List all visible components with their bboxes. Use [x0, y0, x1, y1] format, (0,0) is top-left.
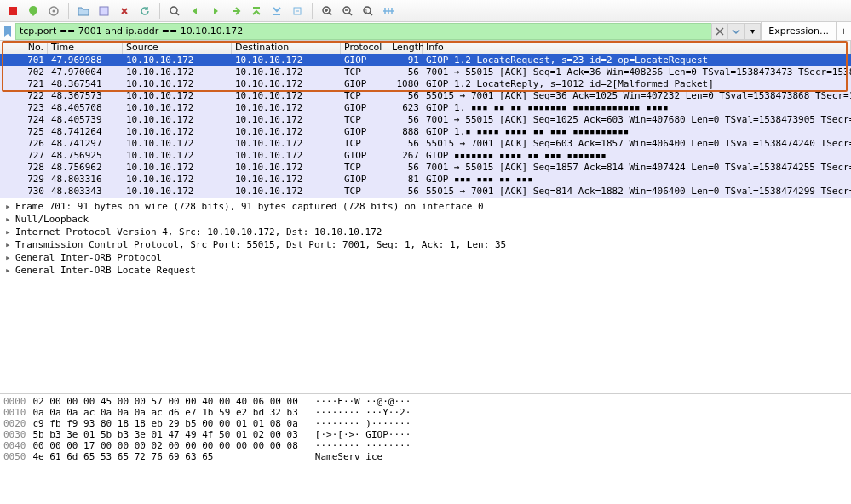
col-proto[interactable]: Protocol [341, 41, 388, 54]
packet-row[interactable]: 70247.97000410.10.10.17210.10.10.172TCP5… [0, 66, 851, 78]
packet-details-pane[interactable]: Frame 701: 91 bytes on wire (728 bits), … [0, 198, 851, 394]
detail-tree-row[interactable]: Transmission Control Protocol, Src Port:… [5, 238, 846, 251]
apply-filter-button[interactable] [727, 23, 745, 40]
detail-tree-row[interactable]: Frame 701: 91 bytes on wire (728 bits), … [5, 200, 846, 213]
display-filter-input[interactable] [15, 23, 712, 40]
packet-row[interactable]: 72248.36757310.10.10.17210.10.10.172TCP5… [0, 90, 851, 102]
packet-row[interactable]: 72648.74129710.10.10.17210.10.10.172TCP5… [0, 138, 851, 150]
svg-rect-3 [100, 7, 108, 15]
hex-ascii-row: NameServ ice [315, 451, 411, 462]
hex-offset: 0010 [3, 407, 26, 418]
close-file-button[interactable] [115, 3, 134, 20]
hex-bytes-row[interactable]: 5b b3 3e 01 5b b3 3e 01 47 49 4f 50 01 0… [33, 429, 298, 440]
detail-tree-row[interactable]: General Inter-ORB Locate Request [5, 264, 846, 277]
zoom-out-button[interactable] [338, 3, 357, 20]
zoom-reset-button[interactable]: 1 [359, 3, 377, 20]
hex-bytes-row[interactable]: 02 00 00 00 45 00 00 57 00 00 40 00 40 0… [33, 396, 298, 407]
hex-offset: 0050 [3, 451, 26, 462]
packet-row[interactable]: 72948.80331610.10.10.17210.10.10.172GIOP… [0, 174, 851, 186]
filter-dropdown-button[interactable]: ▾ [744, 23, 761, 40]
col-src[interactable]: Source [123, 41, 232, 54]
packet-row[interactable]: 72748.75692510.10.10.17210.10.10.172GIOP… [0, 150, 851, 162]
detail-tree-row[interactable]: General Inter-ORB Protocol [5, 251, 846, 264]
svg-rect-0 [9, 7, 17, 15]
hex-offset: 0040 [3, 440, 26, 451]
go-to-packet-button[interactable] [227, 3, 245, 20]
options-button[interactable] [44, 3, 63, 20]
svg-point-4 [170, 7, 177, 14]
bookmark-filter-icon[interactable] [0, 26, 15, 37]
packet-row[interactable]: 70147.96998810.10.10.17210.10.10.172GIOP… [0, 54, 851, 66]
open-file-button[interactable] [74, 3, 93, 20]
packet-row[interactable]: 72348.40570810.10.10.17210.10.10.172GIOP… [0, 102, 851, 114]
stop-capture-button[interactable] [3, 3, 22, 20]
col-no[interactable]: No. [0, 41, 48, 54]
display-filter-bar: ▾ Expression… + [0, 22, 851, 41]
clear-filter-button[interactable] [711, 23, 728, 40]
hex-bytes-row[interactable]: c9 fb f9 93 80 18 18 eb 29 b5 00 00 01 0… [33, 418, 298, 429]
main-toolbar: 1 [0, 0, 851, 22]
svg-text:1: 1 [365, 8, 368, 14]
col-dst[interactable]: Destination [232, 41, 341, 54]
hex-ascii-row: ····E··W ··@·@··· [315, 396, 411, 407]
hex-ascii-row: [·>·[·>· GIOP···· [315, 429, 411, 440]
col-info[interactable]: Info [423, 41, 851, 54]
resize-columns-button[interactable] [379, 3, 398, 20]
packet-row[interactable]: 72148.36754110.10.10.17210.10.10.172GIOP… [0, 78, 851, 90]
go-back-button[interactable] [186, 3, 204, 20]
zoom-in-button[interactable] [318, 3, 336, 20]
packet-row[interactable]: 73048.80334310.10.10.17210.10.10.172TCP5… [0, 186, 851, 198]
packet-row[interactable]: 72448.40573910.10.10.17210.10.10.172TCP5… [0, 114, 851, 126]
save-file-button[interactable] [95, 3, 113, 20]
expression-button[interactable]: Expression… [761, 22, 836, 40]
auto-scroll-button[interactable] [288, 3, 307, 20]
hex-bytes-row[interactable]: 00 00 00 17 00 00 00 02 00 00 00 00 00 0… [33, 440, 298, 451]
detail-tree-row[interactable]: Null/Loopback [5, 213, 846, 226]
hex-ascii-row: ········ )······· [315, 418, 411, 429]
hex-offset: 0030 [3, 429, 26, 440]
start-capture-button[interactable] [24, 3, 43, 20]
packet-list-header: No. Time Source Destination Protocol Len… [0, 41, 851, 54]
go-forward-button[interactable] [206, 3, 225, 20]
detail-tree-row[interactable]: Internet Protocol Version 4, Src: 10.10.… [5, 226, 846, 238]
hex-bytes-row[interactable]: 0a 0a 0a ac 0a 0a 0a ac d6 e7 1b 59 e2 b… [33, 407, 298, 418]
find-button[interactable] [165, 3, 184, 20]
col-time[interactable]: Time [48, 41, 123, 54]
packet-row[interactable]: 72848.75696210.10.10.17210.10.10.172TCP5… [0, 162, 851, 174]
last-packet-button[interactable] [267, 3, 286, 20]
col-len[interactable]: Length [388, 41, 423, 54]
hex-bytes-row[interactable]: 4e 61 6d 65 53 65 72 76 69 63 65 [33, 451, 298, 462]
packet-row[interactable]: 72548.74126410.10.10.17210.10.10.172GIOP… [0, 126, 851, 138]
packet-list[interactable]: No. Time Source Destination Protocol Len… [0, 41, 851, 198]
packet-bytes-pane[interactable]: 000000100020003000400050 02 00 00 00 45 … [0, 394, 851, 469]
svg-point-2 [53, 9, 55, 12]
hex-ascii-row: ········ ········ [315, 440, 411, 451]
hex-offset: 0000 [3, 396, 26, 407]
hex-ascii-row: ········ ···Y··2· [315, 407, 411, 418]
add-filter-button[interactable]: + [836, 22, 851, 40]
hex-offset: 0020 [3, 418, 26, 429]
first-packet-button[interactable] [247, 3, 266, 20]
reload-button[interactable] [135, 3, 154, 20]
